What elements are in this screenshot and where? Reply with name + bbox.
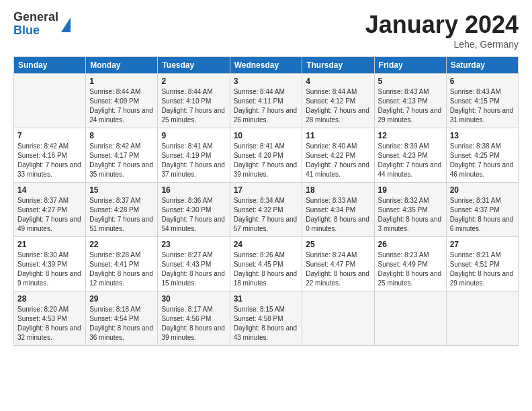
day-info: Sunrise: 8:41 AMSunset: 4:20 PMDaylight:… — [234, 142, 299, 179]
day-info: Sunrise: 8:39 AMSunset: 4:23 PMDaylight:… — [378, 142, 443, 179]
table-row — [14, 74, 86, 128]
day-info: Sunrise: 8:15 AMSunset: 4:58 PMDaylight:… — [234, 305, 299, 342]
day-info: Sunrise: 8:17 AMSunset: 4:56 PMDaylight:… — [161, 305, 226, 342]
day-number: 16 — [161, 185, 226, 195]
table-row: 11Sunrise: 8:40 AMSunset: 4:22 PMDayligh… — [302, 128, 374, 183]
table-row: 12Sunrise: 8:39 AMSunset: 4:23 PMDayligh… — [374, 128, 446, 183]
day-info: Sunrise: 8:34 AMSunset: 4:32 PMDaylight:… — [234, 196, 299, 234]
day-info: Sunrise: 8:21 AMSunset: 4:51 PMDaylight:… — [450, 250, 515, 288]
logo-general: General — [13, 11, 58, 24]
table-row: 27Sunrise: 8:21 AMSunset: 4:51 PMDayligh… — [446, 237, 518, 291]
day-number: 23 — [161, 240, 226, 249]
table-row: 4Sunrise: 8:44 AMSunset: 4:12 PMDaylight… — [302, 74, 374, 128]
day-number: 19 — [378, 185, 443, 195]
table-row: 28Sunrise: 8:20 AMSunset: 4:53 PMDayligh… — [14, 291, 86, 346]
day-info: Sunrise: 8:23 AMSunset: 4:49 PMDaylight:… — [378, 250, 443, 288]
day-info: Sunrise: 8:43 AMSunset: 4:15 PMDaylight:… — [450, 87, 515, 125]
day-info: Sunrise: 8:32 AMSunset: 4:35 PMDaylight:… — [378, 196, 443, 234]
day-info: Sunrise: 8:37 AMSunset: 4:27 PMDaylight:… — [17, 196, 82, 234]
calendar-week-row: 21Sunrise: 8:30 AMSunset: 4:39 PMDayligh… — [14, 237, 519, 291]
table-row: 18Sunrise: 8:33 AMSunset: 4:34 PMDayligh… — [302, 183, 374, 237]
day-number: 31 — [234, 294, 299, 304]
logo-triangle-icon — [61, 17, 71, 32]
table-row: 21Sunrise: 8:30 AMSunset: 4:39 PMDayligh… — [14, 237, 86, 291]
table-row: 10Sunrise: 8:41 AMSunset: 4:20 PMDayligh… — [230, 128, 302, 183]
table-row: 2Sunrise: 8:44 AMSunset: 4:10 PMDaylight… — [158, 74, 230, 128]
day-number: 8 — [89, 131, 154, 140]
day-info: Sunrise: 8:24 AMSunset: 4:47 PMDaylight:… — [306, 250, 370, 288]
calendar-week-row: 28Sunrise: 8:20 AMSunset: 4:53 PMDayligh… — [14, 291, 519, 346]
day-number: 28 — [17, 294, 82, 304]
table-row: 9Sunrise: 8:41 AMSunset: 4:19 PMDaylight… — [158, 128, 230, 183]
calendar-week-row: 7Sunrise: 8:42 AMSunset: 4:16 PMDaylight… — [14, 128, 519, 183]
day-number: 29 — [89, 294, 154, 304]
table-row: 3Sunrise: 8:44 AMSunset: 4:11 PMDaylight… — [230, 74, 302, 128]
col-sunday: Sunday — [14, 57, 86, 74]
day-info: Sunrise: 8:28 AMSunset: 4:41 PMDaylight:… — [89, 250, 154, 288]
day-number: 26 — [378, 240, 443, 249]
day-number: 30 — [161, 294, 226, 304]
day-number: 14 — [17, 185, 82, 195]
calendar-table: Sunday Monday Tuesday Wednesday Thursday… — [13, 56, 519, 346]
title-block: January 2024 Lehe, Germany — [365, 11, 519, 50]
day-info: Sunrise: 8:31 AMSunset: 4:37 PMDaylight:… — [450, 196, 515, 234]
logo: General Blue — [13, 11, 71, 38]
day-number: 18 — [306, 185, 370, 195]
calendar-header-row: Sunday Monday Tuesday Wednesday Thursday… — [14, 57, 519, 74]
day-info: Sunrise: 8:44 AMSunset: 4:11 PMDaylight:… — [234, 87, 299, 125]
table-row: 31Sunrise: 8:15 AMSunset: 4:58 PMDayligh… — [230, 291, 302, 346]
day-info: Sunrise: 8:27 AMSunset: 4:43 PMDaylight:… — [161, 250, 226, 288]
table-row: 26Sunrise: 8:23 AMSunset: 4:49 PMDayligh… — [374, 237, 446, 291]
table-row: 22Sunrise: 8:28 AMSunset: 4:41 PMDayligh… — [86, 237, 158, 291]
day-number: 11 — [306, 131, 370, 140]
col-saturday: Saturday — [446, 57, 518, 74]
day-number: 3 — [234, 77, 299, 86]
day-number: 12 — [378, 131, 443, 140]
table-row: 1Sunrise: 8:44 AMSunset: 4:09 PMDaylight… — [86, 74, 158, 128]
table-row: 6Sunrise: 8:43 AMSunset: 4:15 PMDaylight… — [446, 74, 518, 128]
table-row: 14Sunrise: 8:37 AMSunset: 4:27 PMDayligh… — [14, 183, 86, 237]
table-row: 7Sunrise: 8:42 AMSunset: 4:16 PMDaylight… — [14, 128, 86, 183]
day-number: 2 — [161, 77, 226, 86]
table-row: 19Sunrise: 8:32 AMSunset: 4:35 PMDayligh… — [374, 183, 446, 237]
day-info: Sunrise: 8:40 AMSunset: 4:22 PMDaylight:… — [306, 142, 370, 179]
table-row — [446, 291, 518, 346]
col-thursday: Thursday — [302, 57, 374, 74]
day-info: Sunrise: 8:42 AMSunset: 4:16 PMDaylight:… — [17, 142, 82, 179]
day-info: Sunrise: 8:37 AMSunset: 4:28 PMDaylight:… — [89, 196, 154, 234]
day-number: 13 — [450, 131, 515, 140]
day-info: Sunrise: 8:36 AMSunset: 4:30 PMDaylight:… — [161, 196, 226, 234]
table-row — [302, 291, 374, 346]
day-number: 20 — [450, 185, 515, 195]
day-number: 22 — [89, 240, 154, 249]
day-number: 4 — [306, 77, 370, 86]
day-info: Sunrise: 8:26 AMSunset: 4:45 PMDaylight:… — [234, 250, 299, 288]
day-number: 27 — [450, 240, 515, 249]
day-info: Sunrise: 8:30 AMSunset: 4:39 PMDaylight:… — [17, 250, 82, 288]
table-row: 13Sunrise: 8:38 AMSunset: 4:25 PMDayligh… — [446, 128, 518, 183]
day-info: Sunrise: 8:44 AMSunset: 4:10 PMDaylight:… — [161, 87, 226, 125]
table-row: 29Sunrise: 8:18 AMSunset: 4:54 PMDayligh… — [86, 291, 158, 346]
table-row: 5Sunrise: 8:43 AMSunset: 4:13 PMDaylight… — [374, 74, 446, 128]
day-info: Sunrise: 8:43 AMSunset: 4:13 PMDaylight:… — [378, 87, 443, 125]
day-info: Sunrise: 8:41 AMSunset: 4:19 PMDaylight:… — [161, 142, 226, 179]
day-info: Sunrise: 8:44 AMSunset: 4:09 PMDaylight:… — [89, 87, 154, 125]
day-number: 21 — [17, 240, 82, 249]
table-row: 25Sunrise: 8:24 AMSunset: 4:47 PMDayligh… — [302, 237, 374, 291]
table-row: 24Sunrise: 8:26 AMSunset: 4:45 PMDayligh… — [230, 237, 302, 291]
table-row: 17Sunrise: 8:34 AMSunset: 4:32 PMDayligh… — [230, 183, 302, 237]
header: General Blue January 2024 Lehe, Germany — [13, 11, 519, 50]
calendar-week-row: 1Sunrise: 8:44 AMSunset: 4:09 PMDaylight… — [14, 74, 519, 128]
table-row: 20Sunrise: 8:31 AMSunset: 4:37 PMDayligh… — [446, 183, 518, 237]
table-row: 30Sunrise: 8:17 AMSunset: 4:56 PMDayligh… — [158, 291, 230, 346]
calendar-week-row: 14Sunrise: 8:37 AMSunset: 4:27 PMDayligh… — [14, 183, 519, 237]
day-info: Sunrise: 8:18 AMSunset: 4:54 PMDaylight:… — [89, 305, 154, 342]
day-info: Sunrise: 8:42 AMSunset: 4:17 PMDaylight:… — [89, 142, 154, 179]
col-tuesday: Tuesday — [158, 57, 230, 74]
day-number: 1 — [89, 77, 154, 86]
page-container: General Blue January 2024 Lehe, Germany … — [0, 0, 532, 353]
day-info: Sunrise: 8:44 AMSunset: 4:12 PMDaylight:… — [306, 87, 370, 125]
logo-blue: Blue — [13, 24, 58, 38]
day-number: 7 — [17, 131, 82, 140]
day-info: Sunrise: 8:20 AMSunset: 4:53 PMDaylight:… — [17, 305, 82, 342]
